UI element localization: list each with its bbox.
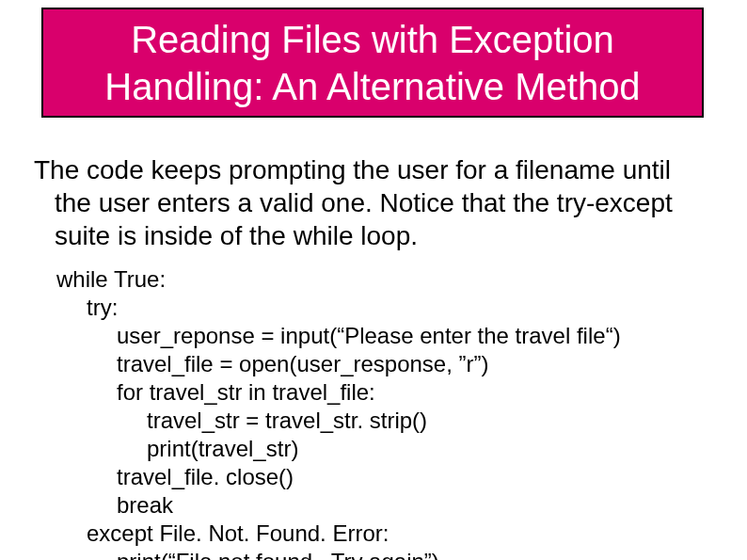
code-block: while True: try: user_reponse = input(“P… [56,265,621,560]
code-line: try: [56,294,621,322]
code-line: travel_file. close() [56,463,621,491]
code-line: while True: [56,265,621,294]
code-line: break [56,491,621,520]
code-line: print(travel_str) [56,435,621,463]
code-line: except File. Not. Found. Error: [56,520,621,548]
code-line: for travel_str in travel_file: [56,378,621,407]
slide-title-box: Reading Files with Exception Handling: A… [41,8,704,118]
code-line: travel_str = travel_str. strip() [56,407,621,435]
code-line: user_reponse = input(“Please enter the t… [56,322,621,350]
body-paragraph: The code keeps prompting the user for a … [34,153,711,252]
code-line: print(“File not found Try again”) [56,548,621,560]
slide-body: The code keeps prompting the user for a … [34,153,711,252]
slide-title: Reading Files with Exception Handling: A… [53,16,692,110]
code-line: travel_file = open(user_response, ”r”) [56,350,621,378]
